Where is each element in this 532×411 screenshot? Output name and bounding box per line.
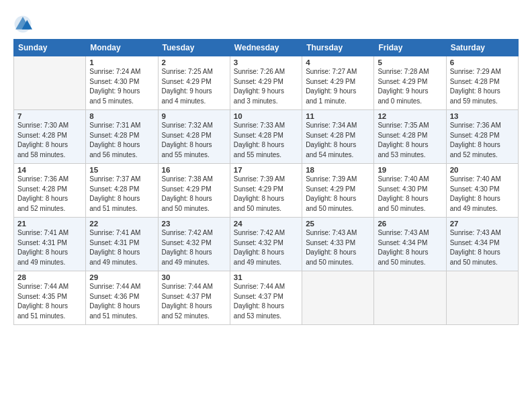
day-number: 17 xyxy=(234,166,298,174)
calendar-day-cell: 30Sunrise: 7:44 AM Sunset: 4:37 PM Dayli… xyxy=(158,271,230,325)
weekday-header-row: SundayMondayTuesdayWednesdayThursdayFrid… xyxy=(14,40,519,56)
day-info: Sunrise: 7:41 AM Sunset: 4:31 PM Dayligh… xyxy=(89,228,154,267)
calendar-day-cell: 14Sunrise: 7:36 AM Sunset: 4:28 PM Dayli… xyxy=(14,164,86,218)
day-info: Sunrise: 7:39 AM Sunset: 4:29 PM Dayligh… xyxy=(306,175,370,214)
day-number: 2 xyxy=(162,58,226,66)
calendar-day-cell: 19Sunrise: 7:40 AM Sunset: 4:30 PM Dayli… xyxy=(374,164,446,218)
day-number: 22 xyxy=(89,220,154,228)
calendar-table: SundayMondayTuesdayWednesdayThursdayFrid… xyxy=(13,39,519,325)
day-number: 13 xyxy=(450,112,515,120)
day-info: Sunrise: 7:27 AM Sunset: 4:29 PM Dayligh… xyxy=(306,67,370,106)
day-number: 29 xyxy=(89,273,154,281)
day-info: Sunrise: 7:25 AM Sunset: 4:29 PM Dayligh… xyxy=(162,67,226,106)
day-info: Sunrise: 7:39 AM Sunset: 4:29 PM Dayligh… xyxy=(234,175,298,214)
day-number: 20 xyxy=(450,166,515,174)
day-number: 24 xyxy=(234,220,298,228)
weekday-header-tuesday: Tuesday xyxy=(158,40,230,56)
calendar-day-cell xyxy=(302,271,374,325)
day-number: 1 xyxy=(89,58,154,66)
calendar-day-cell: 4Sunrise: 7:27 AM Sunset: 4:29 PM Daylig… xyxy=(302,56,374,110)
calendar-week-row: 28Sunrise: 7:44 AM Sunset: 4:35 PM Dayli… xyxy=(14,271,519,325)
day-info: Sunrise: 7:42 AM Sunset: 4:32 PM Dayligh… xyxy=(234,228,298,267)
calendar-day-cell: 25Sunrise: 7:43 AM Sunset: 4:33 PM Dayli… xyxy=(302,218,374,271)
day-info: Sunrise: 7:43 AM Sunset: 4:34 PM Dayligh… xyxy=(378,228,442,267)
day-number: 18 xyxy=(306,166,370,174)
day-number: 23 xyxy=(162,220,226,228)
calendar-day-cell: 13Sunrise: 7:36 AM Sunset: 4:28 PM Dayli… xyxy=(446,110,518,164)
day-info: Sunrise: 7:41 AM Sunset: 4:31 PM Dayligh… xyxy=(17,228,82,267)
day-info: Sunrise: 7:40 AM Sunset: 4:30 PM Dayligh… xyxy=(450,175,515,214)
day-info: Sunrise: 7:44 AM Sunset: 4:37 PM Dayligh… xyxy=(234,282,298,321)
calendar-day-cell: 15Sunrise: 7:37 AM Sunset: 4:28 PM Dayli… xyxy=(86,164,158,218)
calendar-day-cell: 28Sunrise: 7:44 AM Sunset: 4:35 PM Dayli… xyxy=(14,271,86,325)
day-info: Sunrise: 7:36 AM Sunset: 4:28 PM Dayligh… xyxy=(450,121,515,160)
day-number: 16 xyxy=(162,166,226,174)
calendar-day-cell: 7Sunrise: 7:30 AM Sunset: 4:28 PM Daylig… xyxy=(14,110,86,164)
calendar-day-cell: 21Sunrise: 7:41 AM Sunset: 4:31 PM Dayli… xyxy=(14,218,86,271)
calendar-day-cell: 29Sunrise: 7:44 AM Sunset: 4:36 PM Dayli… xyxy=(86,271,158,325)
day-info: Sunrise: 7:31 AM Sunset: 4:28 PM Dayligh… xyxy=(89,121,154,160)
day-info: Sunrise: 7:44 AM Sunset: 4:35 PM Dayligh… xyxy=(17,282,82,321)
day-number: 10 xyxy=(234,112,298,120)
calendar-day-cell: 23Sunrise: 7:42 AM Sunset: 4:32 PM Dayli… xyxy=(158,218,230,271)
day-info: Sunrise: 7:26 AM Sunset: 4:29 PM Dayligh… xyxy=(234,67,298,106)
calendar-day-cell: 18Sunrise: 7:39 AM Sunset: 4:29 PM Dayli… xyxy=(302,164,374,218)
day-number: 11 xyxy=(306,112,370,120)
day-info: Sunrise: 7:40 AM Sunset: 4:30 PM Dayligh… xyxy=(378,175,442,214)
day-number: 28 xyxy=(17,273,82,281)
calendar-day-cell: 24Sunrise: 7:42 AM Sunset: 4:32 PM Dayli… xyxy=(230,218,302,271)
calendar-day-cell: 8Sunrise: 7:31 AM Sunset: 4:28 PM Daylig… xyxy=(86,110,158,164)
day-info: Sunrise: 7:32 AM Sunset: 4:28 PM Dayligh… xyxy=(162,121,226,160)
day-info: Sunrise: 7:29 AM Sunset: 4:28 PM Dayligh… xyxy=(450,67,515,106)
logo xyxy=(13,15,35,34)
calendar-day-cell: 6Sunrise: 7:29 AM Sunset: 4:28 PM Daylig… xyxy=(446,56,518,110)
day-number: 25 xyxy=(306,220,370,228)
calendar-day-cell: 10Sunrise: 7:33 AM Sunset: 4:28 PM Dayli… xyxy=(230,110,302,164)
day-number: 15 xyxy=(89,166,154,174)
calendar-day-cell xyxy=(446,271,518,325)
day-info: Sunrise: 7:43 AM Sunset: 4:34 PM Dayligh… xyxy=(450,228,515,267)
calendar-day-cell: 20Sunrise: 7:40 AM Sunset: 4:30 PM Dayli… xyxy=(446,164,518,218)
calendar-week-row: 14Sunrise: 7:36 AM Sunset: 4:28 PM Dayli… xyxy=(14,164,519,218)
weekday-header-wednesday: Wednesday xyxy=(230,40,302,56)
day-number: 19 xyxy=(378,166,442,174)
day-number: 3 xyxy=(234,58,298,66)
calendar-week-row: 7Sunrise: 7:30 AM Sunset: 4:28 PM Daylig… xyxy=(14,110,519,164)
day-info: Sunrise: 7:43 AM Sunset: 4:33 PM Dayligh… xyxy=(306,228,370,267)
day-info: Sunrise: 7:44 AM Sunset: 4:37 PM Dayligh… xyxy=(162,282,226,321)
day-number: 26 xyxy=(378,220,442,228)
header xyxy=(13,12,519,34)
day-info: Sunrise: 7:37 AM Sunset: 4:28 PM Dayligh… xyxy=(89,175,154,214)
day-number: 6 xyxy=(450,58,515,66)
calendar-day-cell: 2Sunrise: 7:25 AM Sunset: 4:29 PM Daylig… xyxy=(158,56,230,110)
calendar-day-cell: 26Sunrise: 7:43 AM Sunset: 4:34 PM Dayli… xyxy=(374,218,446,271)
calendar-day-cell xyxy=(374,271,446,325)
day-number: 4 xyxy=(306,58,370,66)
day-number: 21 xyxy=(17,220,82,228)
day-info: Sunrise: 7:44 AM Sunset: 4:36 PM Dayligh… xyxy=(89,282,154,321)
calendar-day-cell: 11Sunrise: 7:34 AM Sunset: 4:28 PM Dayli… xyxy=(302,110,374,164)
logo-icon xyxy=(13,15,32,34)
day-number: 12 xyxy=(378,112,442,120)
day-info: Sunrise: 7:42 AM Sunset: 4:32 PM Dayligh… xyxy=(162,228,226,267)
calendar-day-cell xyxy=(14,56,86,110)
day-number: 5 xyxy=(378,58,442,66)
day-info: Sunrise: 7:36 AM Sunset: 4:28 PM Dayligh… xyxy=(17,175,82,214)
day-number: 31 xyxy=(234,273,298,281)
weekday-header-thursday: Thursday xyxy=(302,40,374,56)
day-number: 27 xyxy=(450,220,515,228)
calendar-day-cell: 31Sunrise: 7:44 AM Sunset: 4:37 PM Dayli… xyxy=(230,271,302,325)
calendar-day-cell: 17Sunrise: 7:39 AM Sunset: 4:29 PM Dayli… xyxy=(230,164,302,218)
day-info: Sunrise: 7:24 AM Sunset: 4:30 PM Dayligh… xyxy=(89,67,154,106)
calendar-week-row: 1Sunrise: 7:24 AM Sunset: 4:30 PM Daylig… xyxy=(14,56,519,110)
calendar-week-row: 21Sunrise: 7:41 AM Sunset: 4:31 PM Dayli… xyxy=(14,218,519,271)
calendar-day-cell: 27Sunrise: 7:43 AM Sunset: 4:34 PM Dayli… xyxy=(446,218,518,271)
weekday-header-monday: Monday xyxy=(86,40,158,56)
calendar-day-cell: 16Sunrise: 7:38 AM Sunset: 4:29 PM Dayli… xyxy=(158,164,230,218)
day-info: Sunrise: 7:33 AM Sunset: 4:28 PM Dayligh… xyxy=(234,121,298,160)
weekday-header-sunday: Sunday xyxy=(14,40,86,56)
calendar-day-cell: 3Sunrise: 7:26 AM Sunset: 4:29 PM Daylig… xyxy=(230,56,302,110)
weekday-header-friday: Friday xyxy=(374,40,446,56)
day-number: 14 xyxy=(17,166,82,174)
calendar-day-cell: 12Sunrise: 7:35 AM Sunset: 4:28 PM Dayli… xyxy=(374,110,446,164)
